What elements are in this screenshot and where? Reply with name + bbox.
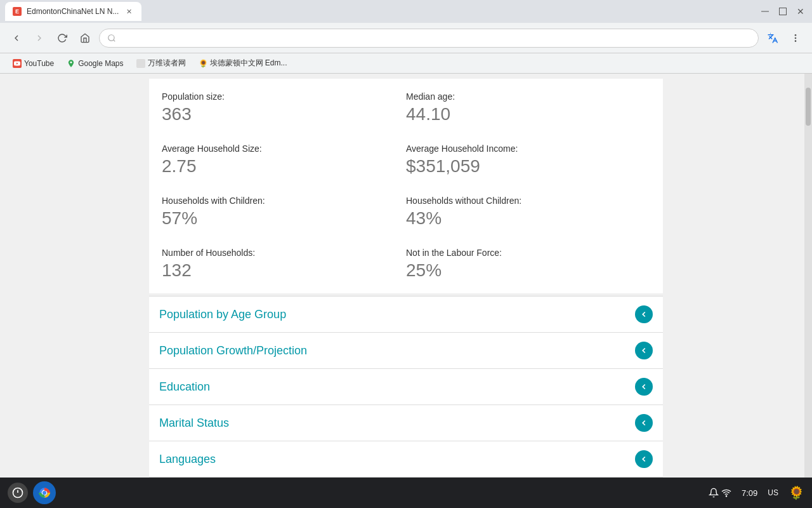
- avg-household-size-value: 2.75: [162, 156, 406, 177]
- taskbar-sunflower-icon: 🌻: [789, 485, 804, 500]
- edmonton-favicon: 🌻: [199, 59, 207, 68]
- system-tray: [709, 488, 731, 498]
- more-menu-button[interactable]: [787, 29, 804, 47]
- households-without-children-cell: Households without Children: 43%: [406, 196, 650, 229]
- taskbar-chrome-icon[interactable]: [33, 481, 56, 504]
- reload-button[interactable]: [53, 29, 71, 47]
- maps-favicon: [67, 59, 75, 68]
- accordion-label-languages: Languages: [159, 453, 216, 466]
- population-size-label: Population size:: [162, 91, 406, 102]
- median-age-cell: Median age: 44.10: [406, 91, 650, 124]
- taskbar-right: 7:09 US 🌻: [709, 485, 804, 500]
- edmonton-label: 埃德蒙顿中文网 Edm...: [210, 58, 287, 69]
- accordion-chevron-marital-status: [635, 414, 653, 432]
- svg-point-7: [70, 61, 72, 63]
- browser-toolbar: [0, 23, 812, 53]
- scrollbar-thumb[interactable]: [806, 88, 811, 126]
- avg-household-income-label: Average Household Income:: [406, 144, 650, 154]
- population-size-cell: Population size: 363: [162, 91, 406, 124]
- accordion-header-languages[interactable]: Languages: [149, 441, 663, 477]
- svg-point-5: [795, 37, 797, 39]
- tab-close-button[interactable]: ✕: [124, 6, 134, 17]
- stats-row-2: Average Household Size: 2.75 Average Hou…: [162, 144, 650, 177]
- avg-household-size-label: Average Household Size:: [162, 144, 406, 154]
- browser-tab[interactable]: E EdmontonChinaNet LN N... ✕: [5, 2, 141, 21]
- wanwei-favicon: [136, 59, 145, 68]
- accordion-item-languages: Languages: [149, 441, 663, 477]
- median-age-label: Median age:: [406, 91, 650, 102]
- svg-point-4: [795, 34, 797, 36]
- households-without-children-label: Households without Children:: [406, 196, 650, 206]
- accordion-chevron-population-age: [635, 305, 653, 323]
- accordion-label-population-growth: Population Growth/Projection: [159, 344, 307, 358]
- youtube-favicon: [13, 59, 22, 68]
- page-content: Population size: 363 Median age: 44.10 A…: [0, 74, 812, 478]
- bookmark-google-maps[interactable]: Google Maps: [62, 57, 128, 70]
- address-bar[interactable]: [99, 29, 759, 48]
- home-button[interactable]: [76, 29, 94, 47]
- households-with-children-cell: Households with Children: 57%: [162, 196, 406, 229]
- accordion-header-population-age[interactable]: Population by Age Group: [149, 297, 663, 332]
- svg-line-3: [114, 39, 115, 41]
- number-of-households-cell: Number of Households: 132: [162, 248, 406, 281]
- accordion: Population by Age Group Population Growt…: [149, 296, 663, 478]
- median-age-value: 44.10: [406, 104, 650, 124]
- scrollbar-track[interactable]: [804, 74, 812, 478]
- avg-household-income-cell: Average Household Income: $351,059: [406, 144, 650, 177]
- url-input[interactable]: [120, 33, 750, 43]
- taskbar: 7:09 US 🌻: [0, 478, 812, 508]
- accordion-label-marital-status: Marital Status: [159, 417, 229, 430]
- households-with-children-value: 57%: [162, 208, 406, 229]
- page-body: Population size: 363 Median age: 44.10 A…: [0, 74, 812, 478]
- accordion-chevron-population-growth: [635, 342, 653, 359]
- bookmark-wanwei[interactable]: 万维读者网: [131, 55, 191, 71]
- tab-favicon: E: [13, 7, 22, 16]
- population-size-value: 363: [162, 104, 406, 124]
- wifi-icon: [721, 488, 731, 498]
- accordion-header-marital-status[interactable]: Marital Status: [149, 405, 663, 441]
- svg-point-12: [726, 496, 726, 497]
- svg-point-2: [108, 34, 114, 40]
- not-in-labour-force-label: Not in the Labour Force:: [406, 248, 650, 258]
- bell-icon: [709, 488, 719, 498]
- accordion-item-population-growth: Population Growth/Projection: [149, 332, 663, 368]
- forward-button[interactable]: [30, 29, 48, 47]
- accordion-chevron-languages: [635, 450, 653, 468]
- back-button[interactable]: [8, 29, 25, 47]
- accordion-header-education[interactable]: Education: [149, 369, 663, 404]
- avg-household-income-value: $351,059: [406, 156, 650, 177]
- window-controls: ✕: [759, 5, 807, 18]
- maximize-button[interactable]: [776, 5, 789, 18]
- maps-label: Google Maps: [78, 59, 123, 68]
- accordion-header-population-growth[interactable]: Population Growth/Projection: [149, 333, 663, 368]
- svg-point-6: [795, 40, 797, 42]
- households-without-children-value: 43%: [406, 208, 650, 229]
- svg-point-11: [43, 491, 46, 495]
- accordion-label-population-age: Population by Age Group: [159, 308, 286, 321]
- close-button[interactable]: ✕: [794, 5, 807, 18]
- taskbar-apps: [8, 481, 56, 504]
- accordion-item-education: Education: [149, 368, 663, 404]
- stats-row-1: Population size: 363 Median age: 44.10: [162, 91, 650, 124]
- title-bar: E EdmontonChinaNet LN N... ✕ ✕: [0, 0, 812, 23]
- households-with-children-label: Households with Children:: [162, 196, 406, 206]
- system-time: 7:09: [742, 488, 757, 498]
- stats-grid: Population size: 363 Median age: 44.10 A…: [149, 79, 663, 293]
- accordion-item-household-income: Household income: [149, 477, 663, 478]
- not-in-labour-force-value: 25%: [406, 260, 650, 281]
- svg-rect-0: [761, 11, 769, 12]
- bookmarks-bar: YouTube Google Maps 万维读者网 🌻 埃德蒙顿中文网 Edm.…: [0, 53, 812, 74]
- search-icon: [107, 34, 116, 43]
- number-of-households-label: Number of Households:: [162, 248, 406, 258]
- number-of-households-value: 132: [162, 260, 406, 281]
- youtube-label: YouTube: [24, 59, 54, 68]
- stats-row-3: Households with Children: 57% Households…: [162, 196, 650, 229]
- taskbar-power-icon[interactable]: [8, 483, 28, 503]
- bookmark-edmonton[interactable]: 🌻 埃德蒙顿中文网 Edm...: [193, 55, 292, 71]
- translate-button[interactable]: [764, 29, 782, 47]
- content-area: Population size: 363 Median age: 44.10 A…: [136, 74, 676, 478]
- not-in-labour-force-cell: Not in the Labour Force: 25%: [406, 248, 650, 281]
- system-locale: US: [768, 488, 778, 497]
- bookmark-youtube[interactable]: YouTube: [8, 57, 59, 70]
- minimize-button[interactable]: [759, 5, 771, 18]
